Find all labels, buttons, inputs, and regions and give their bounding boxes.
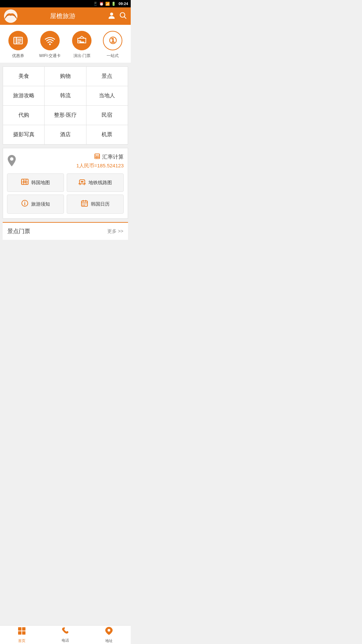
grid-cell-purchasing[interactable]: 代购 — [3, 106, 45, 125]
svg-rect-39 — [85, 204, 86, 204]
one-stop-label: 一站式 — [107, 53, 119, 59]
svg-line-3 — [124, 16, 126, 18]
calculator-icon — [94, 153, 101, 161]
grid-row-2: 旅游攻略 韩流 当地人 — [3, 86, 128, 106]
grid-cell-locals[interactable]: 当地人 — [86, 86, 128, 105]
coupon-circle — [8, 31, 28, 50]
svg-rect-16 — [95, 154, 99, 156]
subway-map-label: 地铁线路图 — [88, 180, 112, 186]
svg-rect-38 — [84, 204, 85, 204]
grid-cell-flight[interactable]: 机票 — [86, 125, 128, 144]
attraction-section-header: 景点门票 更多 >> — [3, 222, 128, 240]
search-button[interactable] — [119, 12, 127, 21]
phone-icon: 📱 — [93, 2, 98, 6]
grid-cell-hallyu[interactable]: 韩流 — [45, 86, 86, 105]
svg-point-32 — [24, 202, 25, 202]
tools-top: 汇率计算 1人民币=185.524123 — [7, 153, 124, 169]
alarm-icon: ⏰ — [99, 2, 104, 6]
grid-cell-shopping[interactable]: 购物 — [45, 67, 86, 86]
subway-map-button[interactable]: 地铁线路图 — [67, 173, 124, 192]
one-stop-circle: ① — [103, 31, 122, 50]
wifi-circle — [40, 31, 60, 50]
svg-rect-37 — [82, 204, 83, 204]
svg-rect-40 — [82, 205, 83, 206]
grid-cell-travel-guide[interactable]: 旅游攻略 — [3, 86, 45, 105]
wifi-label: WIFI·交通卡 — [39, 53, 61, 59]
korea-calendar-label: 韩国日历 — [91, 201, 110, 207]
korea-map-button[interactable]: 韩国地图 — [7, 173, 64, 192]
exchange-title: 汇率计算 — [76, 153, 124, 161]
travel-notice-button[interactable]: 旅游须知 — [7, 195, 64, 214]
info-icon — [21, 200, 28, 209]
svg-point-1 — [110, 12, 113, 15]
korea-map-icon — [21, 178, 28, 187]
category-grid: 美食 购物 景点 旅游攻略 韩流 当地人 代购 整形·医疗 民宿 摄影写真 酒店… — [3, 66, 128, 145]
grid-row-4: 摄影写真 酒店 机票 — [3, 125, 128, 144]
quick-item-one-stop[interactable]: ① 一站式 — [103, 31, 122, 59]
grid-cell-hotel[interactable]: 酒店 — [45, 125, 86, 144]
svg-rect-18 — [97, 156, 98, 157]
exchange-block: 汇率计算 1人民币=185.524123 — [76, 153, 124, 169]
svg-point-14 — [10, 157, 13, 161]
grid-cell-food[interactable]: 美食 — [3, 67, 45, 86]
header-actions — [108, 12, 127, 21]
svg-rect-19 — [98, 156, 99, 157]
ticket-label: 演出·门票 — [73, 53, 90, 59]
tools-section: 汇率计算 1人民币=185.524123 韩国地图 — [3, 148, 128, 219]
svg-rect-41 — [84, 205, 85, 206]
grid-cell-medical[interactable]: 整形·医疗 — [45, 106, 86, 125]
grid-cell-attractions[interactable]: 景点 — [86, 67, 128, 86]
quick-item-coupon[interactable]: 优惠券 — [8, 31, 28, 59]
attraction-more-button[interactable]: 更多 >> — [107, 228, 123, 234]
tools-buttons-grid: 韩国地图 地铁线路图 — [7, 173, 124, 214]
grid-cell-photography[interactable]: 摄影写真 — [3, 125, 45, 144]
grid-row-3: 代购 整形·医疗 民宿 — [3, 106, 128, 125]
exchange-rate-display: 1人民币=185.524123 — [76, 163, 124, 169]
location-pin-icon — [7, 153, 16, 169]
attraction-section-title: 景点门票 — [7, 227, 30, 235]
quick-item-ticket[interactable]: 演出·门票 — [72, 31, 92, 59]
wifi-status-icon: 📶 — [105, 2, 110, 6]
quick-item-wifi[interactable]: WIFI·交通卡 — [39, 31, 61, 59]
svg-rect-13 — [79, 42, 84, 43]
svg-rect-17 — [95, 156, 96, 157]
travel-notice-label: 旅游须知 — [31, 201, 50, 207]
status-bar: 📱 ⏰ 📶 🔋 09:24 — [0, 0, 131, 7]
app-logo — [4, 9, 17, 23]
exchange-title-text: 汇率计算 — [102, 154, 124, 161]
korea-map-label: 韩国地图 — [31, 180, 50, 186]
header: 屋檐旅游 — [0, 7, 131, 25]
grid-row-1: 美食 购物 景点 — [3, 67, 128, 86]
svg-point-24 — [24, 181, 26, 183]
time: 09:24 — [119, 2, 128, 6]
svg-rect-26 — [81, 181, 83, 182]
korea-calendar-button[interactable]: 韩国日历 — [67, 195, 124, 214]
header-title: 屋檐旅游 — [17, 12, 108, 20]
grid-cell-bnb[interactable]: 民宿 — [86, 106, 128, 125]
svg-point-10 — [49, 44, 51, 45]
calendar-icon — [81, 200, 88, 209]
quick-icons-section: 优惠券 WIFI·交通卡 演 — [0, 25, 131, 63]
svg-rect-23 — [21, 179, 28, 184]
coupon-label: 优惠券 — [12, 53, 24, 59]
profile-button[interactable] — [108, 12, 115, 21]
ticket-circle — [72, 31, 92, 50]
battery-icon: 🔋 — [111, 2, 116, 6]
subway-icon — [78, 178, 86, 187]
svg-rect-22 — [98, 158, 99, 159]
svg-rect-20 — [95, 158, 96, 159]
svg-rect-21 — [97, 158, 98, 159]
